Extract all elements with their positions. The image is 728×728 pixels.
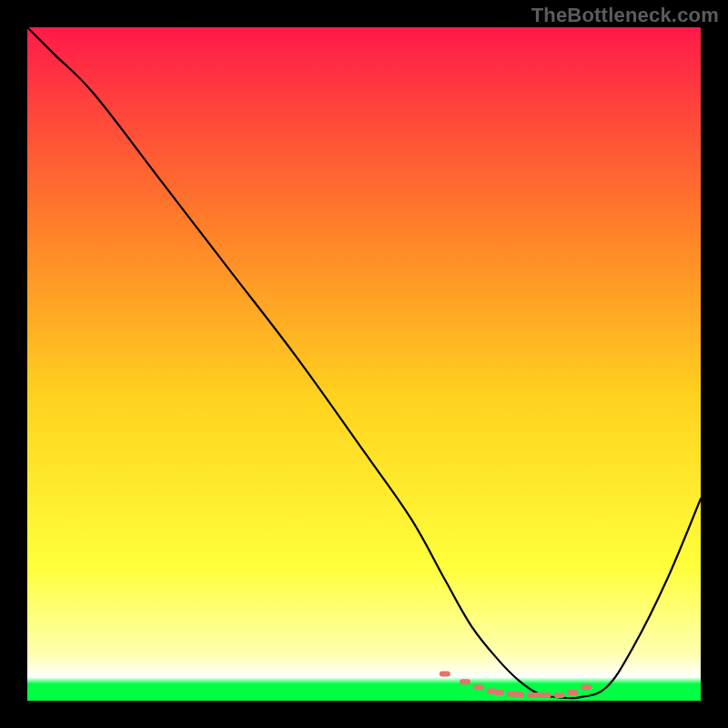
gradient-background xyxy=(27,27,701,701)
svg-rect-2 xyxy=(473,684,484,690)
chart-container: TheBottleneck.com xyxy=(0,0,728,728)
svg-rect-0 xyxy=(440,671,450,676)
svg-rect-4 xyxy=(493,690,504,695)
svg-rect-9 xyxy=(541,693,551,698)
svg-rect-12 xyxy=(581,684,592,690)
chart-svg xyxy=(27,27,701,701)
svg-rect-6 xyxy=(513,692,524,697)
svg-rect-11 xyxy=(567,690,578,695)
svg-rect-10 xyxy=(554,693,565,698)
svg-rect-1 xyxy=(460,679,470,684)
watermark-text: TheBottleneck.com xyxy=(531,4,719,27)
plot-area xyxy=(27,27,701,701)
